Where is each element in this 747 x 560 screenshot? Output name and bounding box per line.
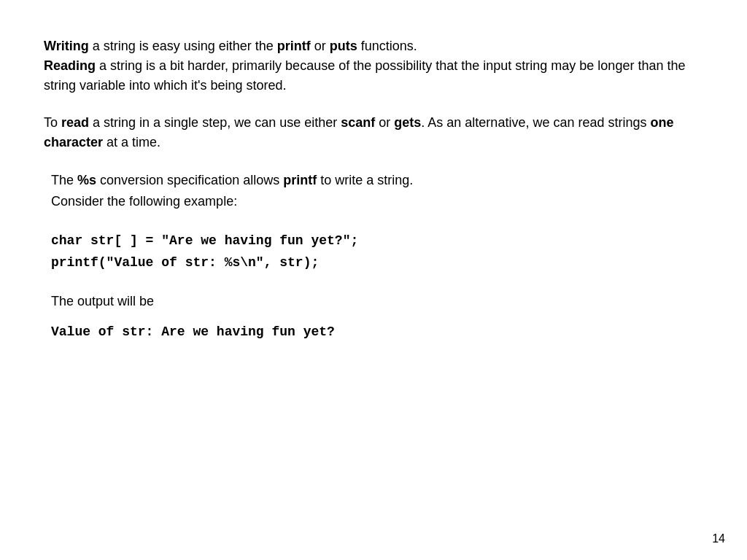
code-line2: printf("Value of str: %s\n", str); <box>51 252 703 274</box>
paragraph-writing-reading: Writing a string is easy using either th… <box>44 36 703 96</box>
functions-text: functions. <box>357 39 417 53</box>
to-text: To <box>44 115 61 130</box>
slide-container: Writing a string is easy using either th… <box>0 0 747 560</box>
read-mid: a string in a single step, we can use ei… <box>89 115 341 130</box>
as-an-text: . As an alternative, we can read strings <box>421 115 650 130</box>
to-write-text: to write a string. <box>317 173 413 187</box>
gets-bold: gets <box>394 115 421 130</box>
printf-bold2: printf <box>283 173 317 187</box>
or-text: or <box>311 39 330 53</box>
code-line1: char str[ ] = "Are we having fun yet?"; <box>51 230 703 252</box>
output-value: Value of str: Are we having fun yet? <box>44 324 703 339</box>
paragraph-read: To read a string in a single step, we ca… <box>44 113 703 152</box>
page-number: 14 <box>712 532 725 545</box>
reading-text: a string is a bit harder, primarily beca… <box>44 58 685 93</box>
puts-bold: puts <box>330 39 357 53</box>
read-bold: read <box>61 115 89 130</box>
at-a-time-text: at a time. <box>103 135 160 149</box>
reading-bold: Reading <box>44 58 96 73</box>
writing-text: a string is easy using either the <box>89 39 277 53</box>
printf-bold: printf <box>277 39 311 53</box>
consider-text: Consider the following example: <box>51 194 237 209</box>
writing-bold: Writing <box>44 39 89 53</box>
content-area: Writing a string is easy using either th… <box>44 36 703 339</box>
indented-block: The %s conversion specification allows p… <box>44 170 703 212</box>
scanf-bold: scanf <box>341 115 375 130</box>
or-text2: or <box>375 115 394 130</box>
conversion-text: conversion specification allows <box>96 173 283 187</box>
output-label: The output will be <box>44 292 703 311</box>
code-block: char str[ ] = "Are we having fun yet?"; … <box>44 230 703 274</box>
percent-s-bold: %s <box>77 173 96 187</box>
the-text: The <box>51 173 77 187</box>
